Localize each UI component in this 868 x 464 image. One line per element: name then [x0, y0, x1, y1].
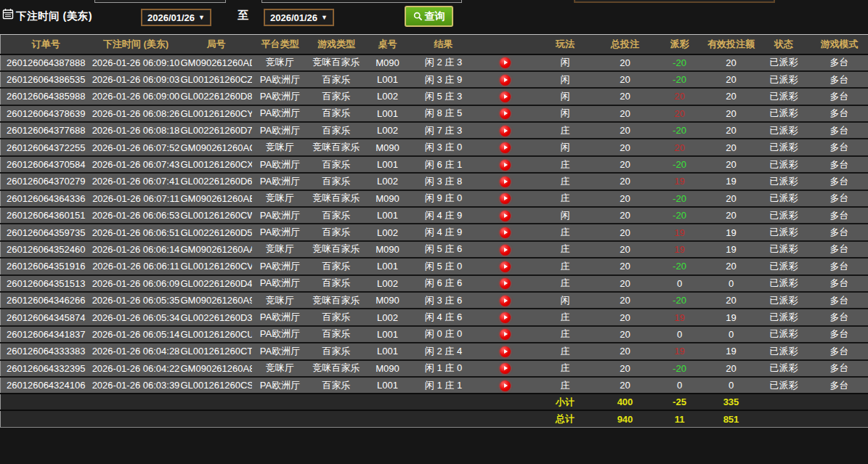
play-selection: 闲 — [535, 71, 596, 88]
valid-bet-amount: 20 — [705, 54, 758, 71]
valid-bet-amount: 20 — [705, 88, 758, 105]
result-score: 闲 3 庄 9 — [411, 71, 476, 88]
game-type: 百家乐 — [309, 156, 365, 173]
order-number: 260126064370279 — [1, 173, 92, 190]
replay-cell — [476, 88, 535, 105]
payout-amount: 0 — [654, 326, 705, 343]
total-bet: 20 — [596, 224, 654, 240]
status-badge: 已派彩 — [758, 360, 811, 377]
status-badge: 已派彩 — [758, 105, 811, 122]
platform-type: PA欧洲厅 — [252, 105, 309, 122]
play-icon[interactable] — [500, 227, 511, 238]
total-bet: 20 — [596, 292, 654, 309]
game-type: 百家乐 — [309, 71, 365, 88]
game-mode: 多台 — [811, 139, 868, 155]
calendar-icon — [2, 8, 14, 20]
play-icon[interactable] — [500, 296, 511, 306]
table-number: M090 — [365, 360, 411, 377]
date-from-select[interactable]: 2026/01/26 ▼ — [141, 9, 211, 26]
play-icon[interactable] — [500, 329, 511, 340]
payout-amount: 19 — [654, 343, 705, 359]
result-score: 闲 6 庄 6 — [411, 275, 476, 292]
bet-time: 2026-01-26 06:06:11 — [92, 258, 181, 274]
valid-bet-amount: 20 — [705, 258, 758, 274]
game-type: 百家乐 — [309, 88, 365, 105]
table-row: 260126064385988 2026-01-26 06:09:00 GL00… — [1, 88, 868, 105]
cutoff-input-top-2[interactable] — [261, 0, 462, 3]
table-number: L001 — [365, 71, 411, 88]
payout-amount: 19 — [654, 224, 705, 240]
round-number: GL001261260CY — [181, 105, 252, 122]
order-number: 260126064370584 — [1, 156, 92, 173]
play-icon[interactable] — [500, 346, 511, 357]
table-number: L001 — [365, 258, 411, 274]
game-mode: 多台 — [811, 241, 868, 258]
platform-type: PA欧洲厅 — [252, 224, 309, 240]
play-selection: 庄 — [535, 309, 596, 325]
game-mode: 多台 — [811, 309, 868, 325]
game-type: 百家乐 — [309, 122, 365, 139]
date-range-to-label: 至 — [238, 9, 248, 23]
play-icon[interactable] — [500, 363, 511, 374]
game-mode: 多台 — [811, 275, 868, 292]
play-icon[interactable] — [500, 261, 511, 272]
date-to-select[interactable]: 2026/01/26 ▼ — [264, 9, 334, 26]
platform-type: 竞咪厅 — [252, 139, 309, 155]
play-icon[interactable] — [500, 75, 511, 86]
bet-time: 2026-01-26 06:07:11 — [92, 190, 181, 207]
play-icon[interactable] — [500, 91, 511, 102]
bet-time: 2026-01-26 06:07:52 — [92, 139, 181, 155]
bet-time: 2026-01-26 06:09:03 — [92, 71, 181, 88]
valid-bet-amount: 0 — [705, 326, 758, 343]
round-number: GL001261260CX — [181, 156, 252, 173]
table-body: 260126064387888 2026-01-26 06:09:10 GM09… — [1, 54, 868, 394]
result-score: 闲 2 庄 3 — [411, 54, 476, 71]
play-icon[interactable] — [500, 176, 511, 187]
round-number: GL001261260CT — [181, 343, 252, 359]
table-number: M090 — [365, 54, 411, 71]
platform-type: 竞咪厅 — [252, 190, 309, 207]
table-row: 260126064364336 2026-01-26 06:07:11 GM09… — [1, 190, 868, 207]
bet-time: 2026-01-26 06:08:26 — [92, 105, 181, 122]
play-icon[interactable] — [500, 160, 511, 171]
play-icon[interactable] — [500, 57, 511, 68]
cutoff-input-top-3[interactable] — [574, 0, 775, 3]
result-score: 闲 2 庄 4 — [411, 343, 476, 359]
play-icon[interactable] — [500, 193, 511, 204]
col-header-order: 订单号 — [1, 35, 92, 54]
result-score: 闲 4 庄 6 — [411, 309, 476, 325]
bet-time: 2026-01-26 06:06:51 — [92, 224, 181, 240]
status-badge: 已派彩 — [758, 207, 811, 224]
bet-time: 2026-01-26 06:05:35 — [92, 292, 181, 309]
play-selection: 庄 — [535, 173, 596, 190]
search-button[interactable]: 查询 — [405, 6, 453, 27]
result-score: 闲 9 庄 0 — [411, 190, 476, 207]
bet-time: 2026-01-26 06:04:22 — [92, 360, 181, 377]
replay-cell — [476, 105, 535, 122]
cutoff-input-top-1[interactable] — [94, 0, 226, 3]
play-icon[interactable] — [500, 245, 511, 256]
col-header-status: 状态 — [758, 35, 811, 54]
replay-cell — [476, 190, 535, 207]
result-score: 闲 5 庄 6 — [411, 241, 476, 258]
valid-bet-amount: 20 — [705, 156, 758, 173]
round-number: GM090261260A9 — [181, 292, 252, 309]
table-number: L002 — [365, 309, 411, 325]
play-icon[interactable] — [500, 211, 511, 221]
result-score: 闲 5 庄 0 — [411, 258, 476, 274]
table-number: L001 — [365, 343, 411, 359]
payout-amount: -20 — [654, 71, 705, 88]
play-icon[interactable] — [500, 126, 511, 137]
bet-time: 2026-01-26 06:09:10 — [92, 54, 181, 71]
play-icon[interactable] — [500, 380, 511, 391]
play-icon[interactable] — [500, 108, 511, 119]
table-number: L002 — [365, 224, 411, 240]
play-icon[interactable] — [500, 312, 511, 323]
platform-type: PA欧洲厅 — [252, 309, 309, 325]
replay-cell — [476, 258, 535, 274]
round-number: GL002261260D8 — [181, 88, 252, 105]
play-icon[interactable] — [500, 278, 511, 289]
play-icon[interactable] — [500, 142, 511, 153]
replay-cell — [476, 173, 535, 190]
order-number: 260126064345874 — [1, 309, 92, 325]
